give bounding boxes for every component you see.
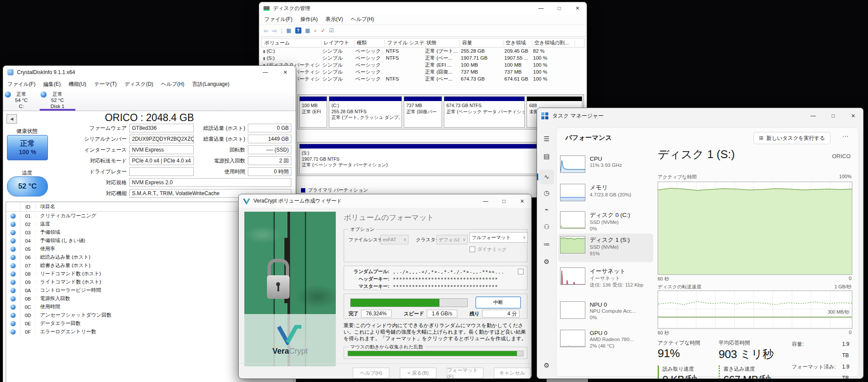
maximize-button[interactable]: □ <box>823 108 843 124</box>
minimize-button[interactable]: — <box>803 108 823 124</box>
partition-data[interactable]: 674.73 GB NTFS正常 (ベーシック データ パーティション <box>444 96 525 128</box>
processes-icon[interactable]: ▤ <box>537 152 556 160</box>
active-time-label: アクティブな時間 <box>658 174 697 180</box>
smart-id: 0F <box>20 329 36 335</box>
sidebar-item-cpu[interactable]: CPU11% 3.93 GHz <box>560 156 652 173</box>
active-time-stat-label: アクティブな時間 <box>658 339 714 347</box>
done-value: 76.324% <box>361 310 392 318</box>
sidebar-item-memory[interactable]: メモリ4.7/23.8 GB (20%) <box>560 184 652 201</box>
minimize-button[interactable]: — <box>476 194 495 208</box>
performance-nav-selected[interactable]: ∿ <box>539 169 554 184</box>
field-value <box>129 167 194 176</box>
header-key-label: ヘッダーキー: <box>344 276 389 282</box>
back-arrow-icon[interactable]: ⇦ <box>263 27 268 34</box>
sidebar-item-disk1[interactable]: ディスク 1 (S:)SSD (NVMe)91% <box>560 236 652 257</box>
selected-tab-underline <box>40 109 75 111</box>
cancel-button[interactable]: キャンセル <box>494 368 530 379</box>
help-icon[interactable]: ? <box>295 27 301 34</box>
task-manager-titlebar[interactable]: タスク マネージャー — □ ✕ <box>537 108 863 124</box>
read-speed-value: 0 KB/秒 <box>662 373 719 379</box>
scale-marker-label: 300 MB/秒 <box>827 309 849 315</box>
volume-row[interactable]: ▮ (ディスク 0 パーティシ... シンプル ベーシック 正常 (回復... … <box>261 68 584 75</box>
run-new-task-button[interactable]: ⊞ 新しいタスクを実行する <box>753 132 831 144</box>
drive-tab-disk1[interactable]: 正常 52 °C Disk 1 <box>40 91 75 109</box>
menu-action[interactable]: 操作(A) <box>297 14 321 24</box>
menu-disk[interactable]: ディスク(D) <box>121 79 157 89</box>
sidebar-item-disk0[interactable]: ディスク 0 (C:)SSD (NVMe)0% <box>560 211 652 232</box>
transfer-rate-chart[interactable]: 300 MB/秒 <box>658 291 852 329</box>
app-history-icon[interactable]: ◷ <box>537 189 556 197</box>
minimize-button[interactable]: — <box>261 66 270 79</box>
field-value: PCIe 4.0 x4 | PCIe 4.0 x4 <box>129 156 194 165</box>
check-icon[interactable]: ✓ <box>321 27 325 34</box>
task-manager-icon <box>541 112 548 119</box>
maximize-button[interactable]: □ <box>550 2 568 14</box>
filesystem-dropdown[interactable]: exFAT∨ <box>381 235 409 244</box>
smart-id: 0B <box>20 296 36 301</box>
format-mode-dropdown[interactable]: フルフォーマット∨ <box>469 232 528 243</box>
format-button[interactable]: フォーマット(F) <box>447 368 483 379</box>
menu-help[interactable]: ヘルプ(H) <box>158 79 188 89</box>
drive-tab-c[interactable]: 正常 54 °C C: <box>4 91 39 109</box>
users-icon[interactable]: ⚇ <box>537 223 556 231</box>
list-check-icon[interactable]: ☑ <box>329 27 334 34</box>
forward-arrow-icon[interactable]: ⇨ <box>272 27 277 34</box>
volume-row[interactable]: ▮ (ディスク 0 パーティシ... シンプル ベーシック NTFS 正常 (ベ… <box>261 75 584 82</box>
action-pane-icon[interactable]: ▦ <box>305 27 310 34</box>
field-value: 2 回 <box>248 156 291 165</box>
startup-apps-icon[interactable]: ⌁ <box>537 206 556 213</box>
volume-table-header[interactable]: ボリューム レイアウト 種類 ファイル システム 状態 容量 空き領域 空き領域… <box>261 38 584 47</box>
volume-row[interactable]: ▮ (C:) シンプル ベーシック NTFS 正常 (ブート... 255.28… <box>261 47 584 54</box>
disk-management-icon <box>263 6 270 11</box>
partition-efi[interactable]: 100 MB正常 (EFI <box>299 96 327 128</box>
menu-language[interactable]: 言語(Language) <box>189 79 233 89</box>
sidebar-item-gpu[interactable]: GPU 0AMD Radeon 780...2% (46 °C) <box>560 330 652 349</box>
field-value: 0 時間 <box>248 167 291 176</box>
close-button[interactable]: ✕ <box>281 66 290 79</box>
close-button[interactable]: ✕ <box>568 2 587 14</box>
more-options-button[interactable]: ... <box>842 131 849 138</box>
maximize-button[interactable]: □ <box>495 194 513 208</box>
services-icon[interactable]: ⚙ <box>537 258 556 266</box>
active-time-chart[interactable] <box>658 182 852 275</box>
progress-group: 中断 完了 76.324% スピード 1.6 GB/s 残り 4 分 <box>344 294 527 319</box>
settings-icon[interactable]: ⚙ <box>537 362 556 369</box>
smart-id: 0A <box>20 288 36 293</box>
menu-function[interactable]: 機能(U) <box>65 79 90 89</box>
volume-row[interactable]: ▮ (ディスク 0 パーティシ... シンプル ベーシック 正常 (EFI ..… <box>261 61 584 68</box>
health-status-badge[interactable]: 正常 100 % <box>7 135 48 160</box>
temperature-badge[interactable]: 52 °C <box>7 176 48 196</box>
status-orb <box>10 321 16 326</box>
partition-c[interactable]: (C:)255.28 GB NTFS正常 (ブート, クラッシュ ダンプ, ベ- <box>329 96 402 128</box>
properties-icon[interactable]: ⌕ <box>314 27 317 34</box>
time-window-label: 60 秒 <box>658 330 669 336</box>
help-button[interactable]: ヘルプ(H) <box>353 368 389 379</box>
abort-button[interactable]: 中断 <box>476 297 521 308</box>
back-button[interactable]: < 戻る(B) <box>400 368 436 379</box>
close-button[interactable]: ✕ <box>513 194 531 208</box>
menu-file[interactable]: ファイル(F) <box>261 14 296 24</box>
disk-management-titlebar[interactable]: ディスクの管理 — □ ✕ <box>259 2 587 14</box>
menu-file[interactable]: ファイル(F) <box>4 79 39 89</box>
show-pool-checkbox[interactable] <box>518 269 524 274</box>
menu-theme[interactable]: テーマ(T) <box>91 79 120 89</box>
menu-view[interactable]: 表示(V) <box>322 14 346 24</box>
transfer-max-label: 1 GB/秒 <box>834 284 851 290</box>
volume-row[interactable]: ▮ (S:) シンプル ベーシック NTFS 正常 (ベー... 1907.71… <box>261 54 584 61</box>
cpu-thumbnail <box>560 156 585 173</box>
details-icon[interactable]: ≔ <box>537 240 556 248</box>
cluster-dropdown[interactable]: デフォル|∨ <box>436 235 468 244</box>
header-key-value: ********************************* <box>393 277 498 282</box>
close-button[interactable]: ✕ <box>843 108 863 124</box>
menu-help[interactable]: ヘルプ(H) <box>347 14 378 24</box>
console-tree-icon[interactable]: ▦ <box>286 27 291 34</box>
veracrypt-titlebar[interactable]: VeraCrypt ボリューム作成ウィザード — □ ✕ <box>239 194 531 208</box>
menu-edit[interactable]: 編集(E) <box>40 79 64 89</box>
dynamic-checkbox[interactable] <box>469 247 475 252</box>
minimize-button[interactable]: — <box>532 2 550 14</box>
sidebar-item-npu[interactable]: NPU 0NPU Compute Acc...0% <box>560 301 652 321</box>
nav-menu-icon[interactable]: ☰ <box>537 135 556 143</box>
crystaldiskinfo-titlebar[interactable]: CrystalDiskInfo 9.1.1 x64 — ✕ <box>3 66 296 79</box>
sidebar-item-ethernet[interactable]: イーサネットイーサネット送信: 136 受信: 112 Kbp <box>560 267 652 288</box>
partition-recovery[interactable]: 737 MB正常 (回復パー <box>404 96 442 128</box>
